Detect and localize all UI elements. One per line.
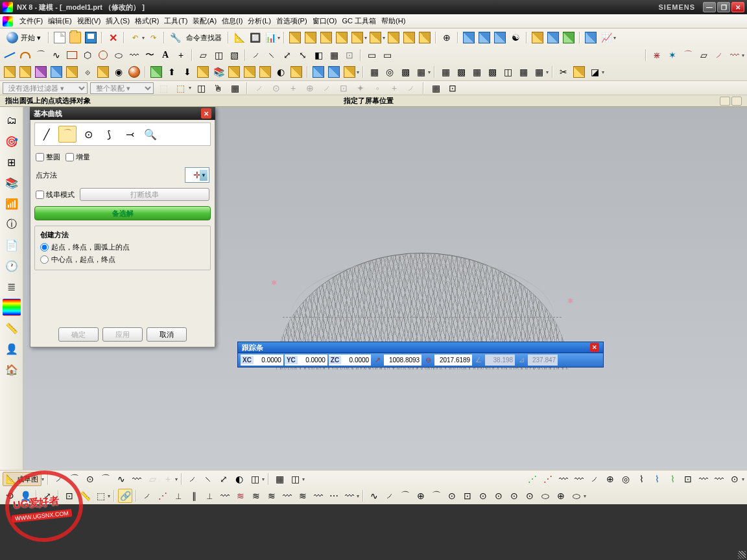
tb-e1[interactable]: ⟋ (249, 48, 263, 62)
curve-edit-tool[interactable]: 🔍 (141, 126, 160, 143)
radio-center-start-end[interactable]: 中心点，起点，终点 (40, 253, 205, 266)
tb-cube-6[interactable] (368, 30, 383, 45)
curve-line-tool[interactable]: ╱ (38, 126, 56, 143)
bt-d12[interactable]: 〰 (696, 472, 711, 486)
rail-hd3d[interactable]: 📶 (3, 195, 21, 212)
rail-assembly-navigator[interactable]: 🎯 (3, 133, 21, 150)
tb-j4[interactable]: ▦ (414, 65, 428, 79)
trackbar-xc-field[interactable]: XC (241, 355, 283, 366)
menu-view[interactable]: 视图(V) (75, 16, 104, 26)
tb-cube-8[interactable] (402, 30, 416, 45)
tb-cube-9[interactable] (418, 30, 432, 45)
flt-c10[interactable]: ⟋ (404, 81, 418, 95)
bt-d5[interactable]: ⟋ (587, 472, 602, 486)
tb-point-button[interactable]: + (174, 48, 188, 62)
bt-a6[interactable]: 〰 (130, 472, 144, 486)
menu-format[interactable]: 格式(R) (132, 16, 161, 26)
selection-filter[interactable]: 没有选择过滤器 ▾ (3, 82, 88, 94)
menu-help[interactable]: 帮助(H) (379, 16, 408, 26)
menu-analyze[interactable]: 分析(L) (245, 16, 273, 26)
flt-c6[interactable]: ⊡ (337, 81, 351, 95)
tb-text-button[interactable]: A (158, 48, 172, 62)
tb-g5[interactable]: ⟋ (712, 48, 726, 62)
bt2-e12[interactable]: 〰 (311, 489, 326, 503)
bt2-f4[interactable]: ⊕ (414, 489, 428, 503)
resize-grip[interactable] (738, 551, 746, 559)
bt2-f1[interactable]: ∿ (367, 489, 381, 503)
tb-e7[interactable]: ⊡ (342, 48, 357, 62)
tb-e3[interactable]: ⤢ (280, 48, 294, 62)
tb-h4[interactable] (196, 65, 210, 79)
flt-c9[interactable]: + (387, 81, 401, 95)
tb-e6[interactable]: ▦ (327, 48, 341, 62)
bt-b5[interactable]: ◫ (248, 472, 262, 486)
tb-h6[interactable] (227, 65, 241, 79)
tb-k3[interactable]: ▦ (469, 65, 484, 79)
flt-b4[interactable]: 🖱 (211, 81, 225, 95)
tb-cube-b3[interactable] (493, 30, 507, 45)
command-finder-button[interactable]: 🔧 (168, 30, 182, 45)
tb-k7[interactable]: ▦ (532, 65, 546, 79)
bt2-e6[interactable]: 〰 (218, 489, 232, 503)
bt-d7[interactable]: ◎ (619, 472, 633, 486)
bt-d13[interactable]: 〰 (712, 472, 726, 486)
rail-web-browser[interactable]: ⓘ (3, 216, 21, 233)
tb-circle-button[interactable] (96, 48, 110, 62)
bt2-e4[interactable]: ∥ (187, 489, 201, 503)
tb-cube-5[interactable] (350, 30, 364, 45)
tb-asm-3[interactable] (34, 65, 48, 79)
tb-cube-b2[interactable] (477, 30, 492, 45)
assembly-filter[interactable]: 整个装配 ▾ (90, 82, 154, 94)
tb-poly-button[interactable]: ⬡ (80, 48, 95, 62)
tb-j3[interactable]: ▩ (398, 65, 412, 79)
tb-l3[interactable]: ◪ (587, 65, 602, 79)
tb-k5[interactable]: ◫ (501, 65, 515, 79)
trackbar-zc-field[interactable]: ZC (329, 355, 371, 366)
menu-file[interactable]: 文件(F) (17, 16, 45, 26)
tb-target-button[interactable]: ⊕ (440, 30, 454, 45)
flt-c4[interactable]: ⊕ (303, 81, 317, 95)
tb-asm-7[interactable] (96, 65, 110, 79)
flt-c1[interactable]: ⟋ (252, 81, 267, 95)
bt-d1[interactable]: ⋰ (525, 472, 540, 486)
dialog-cancel-button[interactable]: 取消 (147, 327, 187, 342)
bt2-e10[interactable]: 〰 (280, 489, 294, 503)
maximize-button[interactable]: ❐ (717, 2, 730, 12)
rail-clock[interactable]: 🕐 (3, 257, 21, 274)
tb-k4[interactable]: ▩ (485, 65, 499, 79)
menu-info[interactable]: 信息(I) (219, 16, 245, 26)
bt-d6[interactable]: ⊕ (603, 472, 617, 486)
bt2-e1[interactable]: ⟋ (140, 489, 154, 503)
bt-c1[interactable]: ▦ (272, 472, 287, 486)
tb-j1[interactable]: ▦ (367, 65, 381, 79)
bt2-f12[interactable]: ⬭ (538, 489, 552, 503)
minimize-button[interactable]: — (703, 2, 716, 12)
tb-cube-c1[interactable] (530, 30, 545, 45)
bt-b1[interactable]: ⟋ (185, 472, 200, 486)
bt2-f11[interactable]: ⊙ (523, 489, 537, 503)
rail-constraint-navigator[interactable]: ⊞ (3, 154, 21, 170)
bt-d8[interactable]: ⌇ (634, 472, 648, 486)
flt-c2[interactable]: ⊙ (269, 81, 283, 95)
flt-c7[interactable]: ✦ (353, 81, 368, 95)
tb-asm-5[interactable] (65, 65, 79, 79)
dialog-apply-button[interactable]: 应用 (102, 327, 143, 342)
bt-b4[interactable]: ◐ (232, 472, 246, 486)
bt-d11[interactable]: ⊡ (681, 472, 695, 486)
tb-plot-button[interactable]: 📈 (599, 30, 613, 45)
bt2-e14[interactable]: 〰 (342, 489, 357, 503)
dialog-ok-button[interactable]: 确定 (58, 327, 99, 342)
trackbar-titlebar[interactable]: 跟踪条 ✕ (237, 342, 604, 353)
string-mode-checkbox[interactable]: 线串模式 (36, 190, 75, 200)
tb-h8[interactable] (258, 65, 272, 79)
tb-i1[interactable] (311, 65, 326, 79)
tb-cube-3[interactable] (319, 30, 333, 45)
save-button[interactable] (84, 30, 98, 45)
rail-person[interactable]: 👤 (3, 340, 21, 357)
dialog-close-button[interactable]: ✕ (201, 108, 211, 119)
menu-tools[interactable]: 工具(T) (161, 16, 190, 26)
rail-reuse-library[interactable]: 📚 (3, 174, 21, 191)
tb-asm-4[interactable] (49, 65, 64, 79)
close-button[interactable]: ✕ (731, 2, 744, 12)
bt-a7[interactable]: ▱ (145, 472, 160, 486)
